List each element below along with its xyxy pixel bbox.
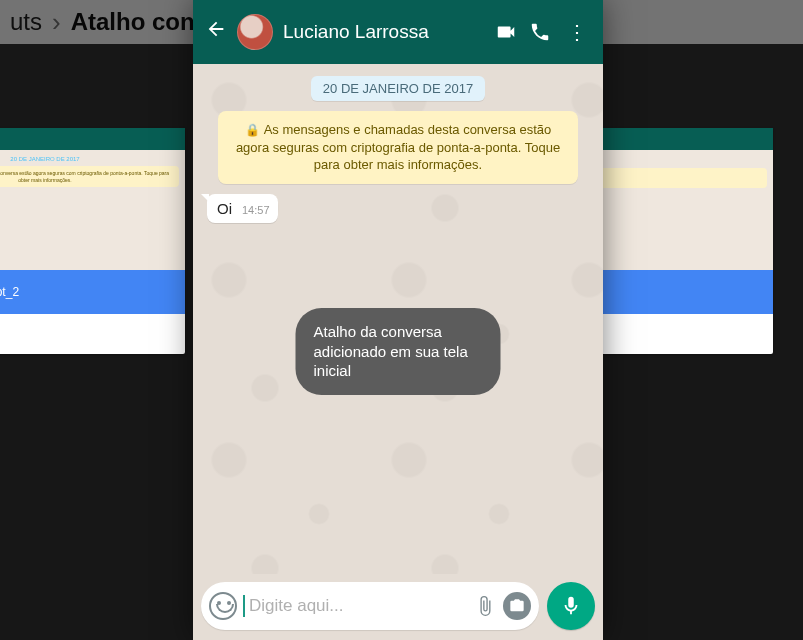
chat-header: Luciano Larrossa ⋮: [193, 0, 603, 64]
encryption-notice-text: As mensagens e chamadas desta conversa e…: [236, 122, 560, 172]
text-cursor: [243, 595, 245, 617]
contact-name[interactable]: Luciano Larrossa: [283, 21, 429, 43]
thumb-filename: Screenshot_2: [0, 285, 19, 299]
thumbnail-left[interactable]: Luciano Larrossa 20 DE JANEIRO DE 2017 A…: [0, 128, 185, 354]
message-input[interactable]: [249, 596, 467, 616]
attachment-icon[interactable]: [473, 594, 497, 618]
more-options-icon[interactable]: ⋮: [563, 20, 591, 44]
voice-message-button[interactable]: [547, 582, 595, 630]
encryption-notice[interactable]: 🔒As mensagens e chamadas desta conversa …: [218, 111, 578, 184]
message-input-container: [201, 582, 539, 630]
toast-notification: Atalho da conversa adicionado em sua tel…: [296, 308, 501, 395]
thumb-date: 20 DE JANEIRO DE 2017: [0, 156, 179, 162]
contact-avatar[interactable]: [237, 14, 273, 50]
lock-icon: 🔒: [245, 123, 260, 137]
message-time: 14:57: [242, 204, 270, 217]
back-button[interactable]: [205, 18, 227, 46]
chat-input-bar: [193, 574, 603, 640]
video-call-icon[interactable]: [495, 21, 519, 43]
whatsapp-chat-window: Luciano Larrossa ⋮ 20 DE JANEIRO DE 2017…: [193, 0, 603, 640]
chat-body: 20 DE JANEIRO DE 2017 🔒As mensagens e ch…: [193, 64, 603, 574]
thumb-encryption: As mensagens e chamadas desta conversa e…: [0, 166, 179, 187]
date-separator: 20 DE JANEIRO DE 2017: [311, 76, 485, 101]
voice-call-icon[interactable]: [529, 21, 553, 43]
emoji-icon[interactable]: [209, 592, 237, 620]
camera-icon[interactable]: [503, 592, 531, 620]
incoming-message-bubble[interactable]: Oi 14:57: [207, 194, 278, 223]
message-row: Oi 14:57: [207, 194, 589, 223]
message-text: Oi: [217, 200, 232, 217]
